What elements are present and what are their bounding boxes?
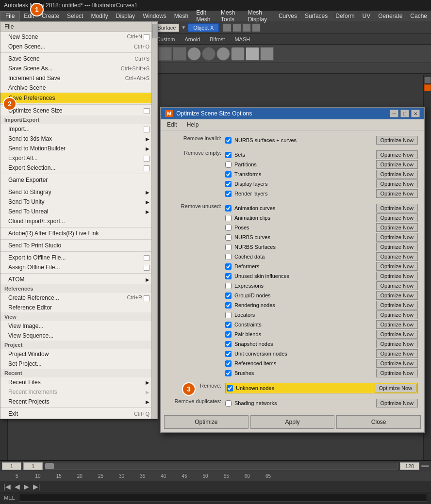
- menu-item-import[interactable]: Import...: [0, 124, 157, 134]
- btn-unknown-nodes[interactable]: Optimize Now: [375, 384, 416, 392]
- menu-item-reference-editor[interactable]: Reference Editor: [0, 303, 157, 312]
- menu-item-surfaces[interactable]: Surfaces: [301, 12, 332, 20]
- shelf-icon-12[interactable]: [173, 47, 186, 61]
- menu-item-view-sequence[interactable]: View Sequence...: [0, 331, 157, 341]
- btn-expressions[interactable]: Optimize Now: [376, 281, 418, 290]
- close-button[interactable]: ✕: [411, 110, 420, 117]
- menu-item-exit[interactable]: Exit Ctrl+Q: [0, 409, 157, 419]
- close-dialog-button[interactable]: Close: [336, 415, 421, 429]
- menu-item-set-project[interactable]: Set Project...: [0, 359, 157, 369]
- btn-brushes[interactable]: Optimize Now: [376, 369, 418, 377]
- menu-item-optimize-scene-size[interactable]: Optimize Scene Size: [0, 106, 157, 115]
- check-shading-networks[interactable]: [225, 400, 232, 406]
- check-nurbs-surfaces-curves[interactable]: [225, 137, 232, 144]
- btn-sets[interactable]: Optimize Now: [376, 150, 418, 159]
- menu-item-cloud-import[interactable]: Cloud Import/Export...: [0, 216, 157, 226]
- shelf-icon-15[interactable]: [216, 47, 230, 61]
- check-cached-data[interactable]: [225, 254, 232, 260]
- btn-shading-networks[interactable]: Optimize Now: [376, 399, 418, 407]
- menu-item-atom[interactable]: ATOM ▶: [0, 275, 157, 284]
- menu-item-select[interactable]: Select: [63, 12, 87, 20]
- play-icon-1[interactable]: |◀: [2, 483, 12, 490]
- object-x-select[interactable]: Object X: [188, 23, 219, 32]
- menu-item-send-stingray[interactable]: Send to Stingray ▶: [0, 187, 157, 197]
- menu-item-edit-mesh[interactable]: Edit Mesh: [192, 8, 217, 24]
- check-snapshot-nodes[interactable]: [225, 341, 232, 347]
- check-partitions[interactable]: [225, 162, 232, 168]
- play-icon-2[interactable]: ◀: [13, 483, 21, 490]
- menu-item-archive-scene[interactable]: Archive Scene: [0, 83, 157, 93]
- menu-item-curves[interactable]: Curves: [275, 12, 301, 20]
- play-icon-3[interactable]: ▶: [22, 483, 31, 490]
- btn-render-layers[interactable]: Optimize Now: [376, 189, 418, 198]
- right-icon-1[interactable]: [424, 77, 431, 83]
- check-pair-blends[interactable]: [225, 331, 232, 338]
- btn-display-layers[interactable]: Optimize Now: [376, 179, 418, 188]
- btn-poses[interactable]: Optimize Now: [376, 223, 418, 232]
- btn-locators[interactable]: Optimize Now: [376, 310, 418, 319]
- maximize-button[interactable]: □: [400, 110, 409, 117]
- menu-item-send-unity[interactable]: Send To Unity ▶: [0, 197, 157, 207]
- btn-partitions[interactable]: Optimize Now: [376, 160, 418, 169]
- btn-deformers[interactable]: Optimize Now: [376, 262, 418, 271]
- check-unused-skin-influences[interactable]: [225, 273, 232, 279]
- dialog-menu-edit[interactable]: Edit: [165, 120, 179, 129]
- btn-rendering-nodes[interactable]: Optimize Now: [376, 301, 418, 309]
- btn-groupid-nodes[interactable]: Optimize Now: [376, 291, 418, 300]
- check-unknown-nodes[interactable]: [227, 385, 233, 391]
- playback-slider[interactable]: [45, 463, 398, 470]
- optimize-button[interactable]: Optimize: [164, 415, 249, 429]
- menu-item-create-reference[interactable]: Create Reference... Ctrl+R: [0, 293, 157, 303]
- frame-number-left[interactable]: 1: [2, 462, 21, 470]
- check-transforms[interactable]: [225, 171, 232, 178]
- check-sets[interactable]: [225, 152, 232, 158]
- menu-item-display[interactable]: Display: [112, 12, 139, 20]
- menu-item-open-scene[interactable]: Open Scene... Ctrl+O: [0, 42, 157, 51]
- menu-item-mesh[interactable]: Mesh: [170, 12, 192, 20]
- apply-button[interactable]: Apply: [250, 415, 335, 429]
- btn-unit-conversion[interactable]: Optimize Now: [376, 349, 418, 358]
- mel-input[interactable]: [19, 494, 427, 502]
- menu-item-after-effects[interactable]: Adobe(R) After Effects(R) Live Link: [0, 228, 157, 238]
- menu-item-send-print-studio[interactable]: Send To Print Studio: [0, 241, 157, 250]
- menu-item-windows[interactable]: Windows: [139, 12, 170, 20]
- check-display-layers[interactable]: [225, 181, 232, 187]
- menu-item-mesh-tools[interactable]: Mesh Tools: [217, 8, 244, 24]
- menu-item-modify[interactable]: Modify: [87, 12, 112, 20]
- tab-mash[interactable]: MASH: [230, 35, 255, 43]
- menu-item-send-3dsmax[interactable]: Send to 3ds Max ▶: [0, 134, 157, 144]
- dropdown-arrow-icon[interactable]: ▼: [181, 25, 186, 30]
- btn-unused-skin-influences[interactable]: Optimize Now: [376, 272, 418, 280]
- btn-snapshot-nodes[interactable]: Optimize Now: [376, 340, 418, 348]
- menu-item-uv[interactable]: UV: [359, 12, 375, 20]
- menu-item-recent-increments[interactable]: Recent Increments ▶: [0, 387, 157, 397]
- menu-item-assign-offline[interactable]: Assign Offline File...: [0, 262, 157, 272]
- menu-item-save-scene[interactable]: Save Scene Ctrl+S: [0, 54, 157, 64]
- menu-item-view-image[interactable]: View Image...: [0, 321, 157, 331]
- dialog-menu-help[interactable]: Help: [185, 120, 201, 129]
- shelf-icon-11[interactable]: [158, 47, 172, 61]
- right-icon-2[interactable]: [424, 84, 431, 91]
- btn-animation-curves[interactable]: Optimize Now: [376, 204, 418, 212]
- check-rendering-nodes[interactable]: [225, 302, 232, 309]
- shelf-icon-17[interactable]: [246, 47, 259, 61]
- check-nurbs-surfaces[interactable]: [225, 244, 232, 250]
- menu-item-new-scene[interactable]: New Scene Ctrl+N: [0, 32, 157, 42]
- menu-item-increment-save[interactable]: Increment and Save Ctrl+Alt+S: [0, 73, 157, 83]
- btn-nurbs-curves[interactable]: Optimize Now: [376, 233, 418, 242]
- menu-item-send-motionbuilder[interactable]: Send to MotionBuilder ▶: [0, 144, 157, 153]
- frame-range-end[interactable]: [421, 465, 429, 467]
- check-deformers[interactable]: [225, 263, 232, 270]
- menu-item-cache[interactable]: Cache: [406, 12, 431, 20]
- shelf-icon-16[interactable]: [231, 47, 245, 61]
- menu-item-recent-projects[interactable]: Recent Projects ▶: [0, 397, 157, 406]
- menu-scrollbar[interactable]: [151, 22, 157, 419]
- shelf-icon-13[interactable]: [187, 47, 201, 61]
- check-nurbs-curves[interactable]: [225, 234, 232, 241]
- minimize-button[interactable]: ─: [390, 110, 398, 117]
- menu-item-mesh-display[interactable]: Mesh Display: [244, 8, 275, 24]
- tab-bifrost[interactable]: Bifrost: [205, 35, 230, 43]
- btn-pair-blends[interactable]: Optimize Now: [376, 330, 418, 339]
- btn-cached-data[interactable]: Optimize Now: [376, 252, 418, 261]
- menu-item-generate[interactable]: Generate: [374, 12, 406, 20]
